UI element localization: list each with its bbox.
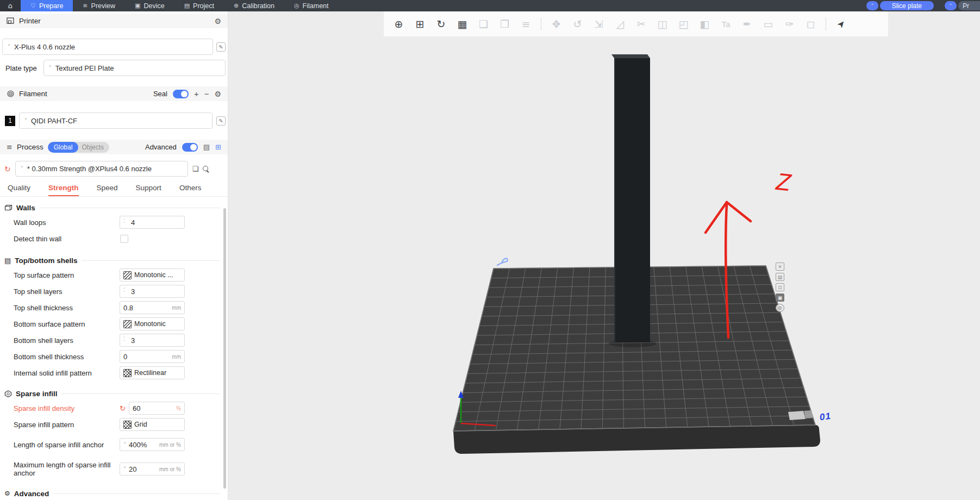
printer-preset-select[interactable]: ˅ X-Plus 4 0.6 nozzle [2,39,213,55]
panel-scrollbar[interactable] [223,208,226,489]
scope-objects-pill[interactable]: Objects [78,143,109,151]
detect-thin-wall-checkbox[interactable] [120,235,128,243]
seal-label: Seal [153,90,167,98]
split-to-objects-icon[interactable]: ◰ [673,18,694,30]
walls-title: Walls [16,204,35,212]
copy-icon[interactable]: ❏ [473,18,494,30]
filament-settings-gear-icon[interactable]: ⚙ [214,90,221,98]
unit-label: % [176,405,181,411]
process-scope-switch[interactable]: Global Objects [48,142,109,153]
bottom-shell-layers-input[interactable]: ˄˅ 3 [120,334,185,347]
viewport-canvas[interactable] [228,11,980,500]
slice-plate-button[interactable]: Slice plate [880,1,934,10]
spinner-arrows-icon[interactable]: ˄˅ [123,337,128,343]
scale-icon[interactable]: ⇲ [588,18,609,30]
tab-filament[interactable]: ◎ Filament [284,0,339,11]
tab-speed[interactable]: Speed [97,184,118,196]
tab-prepare-label: Prepare [39,2,63,10]
plate-arrange-icon[interactable]: ▤ [776,273,784,281]
top-shell-layers-input[interactable]: ˄˅ 3 [120,285,185,298]
clone-icon[interactable]: ◫ [652,18,673,30]
filament-slot-badge[interactable]: 1 [5,116,15,126]
tab-preview-label: Preview [91,2,115,10]
cursor-tool-icon[interactable]: ➤ [830,12,852,36]
plate-lock-icon[interactable]: ⊡ [776,283,784,291]
tab-device-label: Device [143,2,164,10]
sparse-infill-density-label: Sparse infill density [14,404,120,412]
text-icon[interactable]: Ta [715,20,736,29]
model-top-face [611,54,650,58]
paste-icon[interactable]: ❐ [494,18,515,30]
printer-edit-icon[interactable]: ✎ [216,42,226,52]
model-pillar[interactable] [614,58,650,342]
spinner-arrows-icon[interactable]: ˄˅ [123,288,128,295]
tab-support[interactable]: Support [136,184,161,196]
sparse-infill-pattern-select[interactable]: Grid [120,418,185,431]
top-shell-thickness-input[interactable]: 0.8 mm [120,301,185,314]
process-compare-icon[interactable]: ⊞ [215,143,221,151]
measure-icon[interactable]: ▭ [758,18,779,30]
tab-others[interactable]: Others [179,184,202,196]
advanced-toggle[interactable] [182,143,198,152]
selection-box-icon[interactable]: ◻ [800,18,821,30]
shells-section-header: ▤ Top/bottom shells [0,254,228,267]
tab-preview[interactable]: ≋ Preview [73,0,125,11]
anchor-max-length-select[interactable]: ˅ 20 mm or % [120,462,185,476]
bottom-shell-thickness-input[interactable]: 0 mm [120,350,185,363]
object-list-icon[interactable]: ≡ [515,18,536,30]
seam-painting-icon[interactable]: ◧ [694,18,715,30]
reset-process-icon[interactable]: ↻ [4,165,11,173]
slice-options-dropdown[interactable]: ˅ [866,1,878,10]
tab-calibration[interactable]: ⊕ Calibration [224,0,284,11]
blue-scribble-annotation [497,258,508,265]
reset-value-icon[interactable]: ↻ [120,404,126,412]
move-icon[interactable]: ✥ [546,18,567,30]
anchor-length-select[interactable]: ˅ 400% mm or % [120,438,185,451]
rotate-icon[interactable]: ↺ [567,18,588,30]
plate-preview-icon[interactable]: ▣ [776,293,784,302]
add-plate-icon[interactable]: ⊞ [409,18,430,30]
cut-icon[interactable]: ✂ [631,18,652,30]
printer-settings-gear-icon[interactable]: ⚙ [214,17,221,26]
support-painting-icon[interactable]: ✑ [779,18,800,30]
bottom-surface-pattern-select[interactable]: Monotonic [120,317,185,330]
remove-filament-button[interactable]: − [204,90,209,98]
sparse-infill-density-input[interactable]: 60 % [129,402,185,415]
save-preset-icon[interactable]: ❏ [192,165,199,173]
search-preset-icon[interactable] [203,166,209,172]
internal-solid-infill-pattern-select[interactable]: Rectilinear [120,366,185,379]
tab-device[interactable]: ▣ Device [125,0,174,11]
viewport-3d[interactable]: ⊕ ⊞ ↻ ▦ ❏ ❐ ≡ ✥ ↺ ⇲ ◿ ✂ ◫ ◰ ◧ Ta ✒ ▭ ✑ ◻… [228,11,980,500]
tab-quality[interactable]: Quality [8,184,30,196]
process-list-icon[interactable]: ▤ [203,143,210,151]
filament-edit-icon[interactable]: ✎ [216,116,226,126]
scope-global-pill[interactable]: Global [48,142,79,153]
color-painting-icon[interactable]: ✒ [736,18,758,30]
plate-settings-icon[interactable]: ⚙ [776,304,784,312]
process-preset-select[interactable]: ˅ * 0.30mm Strength @XPlus4 0.6 nozzle [15,161,188,177]
advanced-label: Advanced [145,143,177,151]
add-object-icon[interactable]: ⊕ [388,18,409,30]
plate-type-select[interactable]: ˅ Textured PEI Plate [43,60,226,76]
filament-preset-select[interactable]: ˅ QIDI PAHT-CF [19,112,213,129]
auto-orient-icon[interactable]: ↻ [430,18,452,30]
print-options-dropdown[interactable]: ˅ [945,1,957,10]
tab-project[interactable]: ▤ Project [174,0,224,11]
plate-delete-icon[interactable]: ✕ [776,262,784,271]
lay-on-face-icon[interactable]: ◿ [609,18,631,30]
z-axis-annotation: Z [775,170,792,195]
tab-strength[interactable]: Strength [48,184,79,196]
wall-loops-input[interactable]: ˄˅ 4 [120,216,185,229]
tab-prepare[interactable]: ♡ Prepare [21,0,73,11]
top-surface-pattern-select[interactable]: Monotonic ... [120,268,185,282]
plate-type-label: Plate type [5,64,37,72]
project-icon: ▤ [184,2,190,9]
arrange-icon[interactable]: ▦ [452,18,473,30]
spinner-arrows-icon[interactable]: ˄˅ [123,219,128,226]
setting-row-top-surface-pattern: Top surface pattern Monotonic ... [0,267,228,283]
print-plate-button[interactable]: Pr [958,1,980,10]
home-button[interactable]: ⌂ [0,0,21,11]
process-preset-value: * 0.30mm Strength @XPlus4 0.6 nozzle [27,165,152,173]
seal-toggle[interactable] [173,90,189,98]
add-filament-button[interactable]: + [194,90,199,98]
